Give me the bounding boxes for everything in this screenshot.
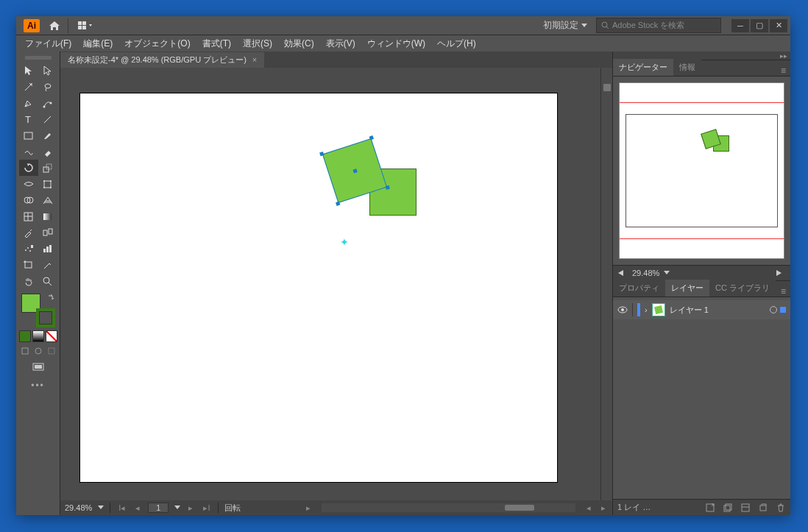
document-tab[interactable]: 名称未設定-4* @ 29.48% (RGB/GPU プレビュー) × [60, 52, 264, 68]
perspective-grid-tool[interactable] [38, 192, 57, 208]
horizontal-scrollbar[interactable] [322, 503, 575, 512]
next-artboard-button[interactable]: ▸ [186, 503, 195, 513]
expand-toggle-icon[interactable]: › [645, 305, 648, 314]
artboard-number-input[interactable] [148, 503, 169, 513]
last-artboard-button[interactable]: ▸I [201, 503, 212, 513]
zoom-level[interactable]: 29.48% [65, 503, 92, 512]
lasso-tool[interactable] [38, 79, 57, 95]
gradient-tool[interactable] [38, 208, 57, 224]
artboard-tool[interactable] [19, 257, 38, 273]
vertical-scrollbar[interactable] [600, 68, 612, 500]
tab-info[interactable]: 情報 [673, 59, 701, 76]
swap-fill-stroke-icon[interactable] [48, 294, 55, 301]
draw-behind-icon[interactable] [32, 345, 44, 357]
canvas[interactable]: ✦ [60, 68, 600, 500]
menu-object[interactable]: オブジェクト(O) [118, 38, 196, 50]
eraser-tool[interactable] [38, 143, 57, 160]
color-mode-gradient[interactable] [32, 330, 44, 342]
scrollbar-thumb[interactable] [505, 505, 534, 511]
new-sublayer-icon[interactable] [740, 503, 751, 513]
panel-menu-icon[interactable]: ≡ [776, 286, 790, 297]
direct-selection-tool[interactable] [38, 63, 57, 79]
column-graph-tool[interactable] [38, 241, 57, 257]
draw-inside-icon[interactable] [46, 345, 57, 357]
selection-handle[interactable] [336, 202, 340, 206]
scroll-left-button[interactable]: ◂ [584, 503, 593, 513]
home-icon[interactable] [46, 18, 63, 33]
shaper-tool[interactable] [19, 143, 38, 160]
menu-edit[interactable]: 編集(E) [77, 38, 118, 50]
tab-layers[interactable]: レイヤー [665, 280, 709, 297]
status-play-icon[interactable]: ▸ [304, 503, 313, 513]
navigator-preview[interactable] [619, 82, 784, 259]
blend-tool[interactable] [38, 224, 57, 241]
make-clipmask-icon[interactable] [723, 503, 733, 513]
fill-stroke-swatches[interactable] [21, 294, 55, 327]
line-tool[interactable] [38, 111, 57, 127]
prev-artboard-button[interactable]: ◂ [133, 503, 142, 513]
slice-tool[interactable] [38, 257, 57, 273]
workspace-dropdown[interactable]: 初期設定 [539, 18, 592, 33]
menu-file[interactable]: ファイル(F) [19, 38, 77, 50]
chevron-down-icon[interactable] [174, 506, 180, 510]
scroll-right-button[interactable]: ▸ [599, 503, 608, 513]
mesh-tool[interactable] [19, 208, 38, 224]
selection-handle[interactable] [369, 135, 374, 140]
stroke-swatch[interactable] [36, 308, 55, 327]
menu-view[interactable]: 表示(V) [320, 38, 361, 50]
panel-menu-icon[interactable]: ≡ [776, 65, 790, 76]
scrollbar-thumb[interactable] [603, 84, 611, 91]
menu-help[interactable]: ヘルプ(H) [431, 38, 482, 50]
selection-indicator[interactable] [780, 307, 786, 313]
tab-cc-libraries[interactable]: CC ライブラリ [709, 280, 776, 297]
rotate-tool[interactable] [19, 160, 38, 176]
layer-name[interactable]: レイヤー 1 [670, 305, 709, 316]
zoom-tool[interactable] [38, 273, 57, 289]
delete-layer-icon[interactable] [776, 503, 786, 513]
tab-navigator[interactable]: ナビゲーター [613, 59, 673, 76]
menu-select[interactable]: 選択(S) [237, 38, 278, 50]
locate-object-icon[interactable] [705, 503, 715, 513]
rotation-anchor-icon[interactable]: ✦ [340, 236, 349, 248]
menu-effect[interactable]: 効果(C) [278, 38, 320, 50]
chevron-down-icon[interactable] [98, 506, 104, 510]
maximize-button[interactable]: ▢ [751, 19, 768, 32]
selection-tool[interactable] [19, 63, 38, 79]
stock-search[interactable]: Adobe Stock を検索 [596, 18, 721, 33]
first-artboard-button[interactable]: I◂ [116, 503, 127, 513]
scale-tool[interactable] [38, 160, 57, 176]
minimize-button[interactable]: ─ [731, 19, 749, 32]
shape-builder-tool[interactable] [19, 192, 38, 208]
color-mode-solid[interactable] [19, 330, 31, 342]
width-tool[interactable] [19, 176, 38, 192]
navigator-zoom-value[interactable]: 29.48% [632, 269, 659, 277]
menu-type[interactable]: 書式(T) [196, 38, 237, 50]
edit-toolbar-icon[interactable]: ••• [31, 380, 45, 391]
draw-normal-icon[interactable] [19, 345, 31, 357]
rectangle-tool[interactable] [19, 127, 38, 143]
new-layer-icon[interactable] [758, 503, 768, 513]
layer-row[interactable]: › レイヤー 1 [613, 300, 790, 319]
paintbrush-tool[interactable] [38, 127, 57, 143]
close-button[interactable]: ✕ [770, 19, 787, 32]
symbol-sprayer-tool[interactable] [19, 241, 38, 257]
color-mode-none[interactable] [46, 330, 57, 342]
zoom-in-icon[interactable] [776, 269, 786, 277]
hand-tool[interactable] [19, 273, 38, 289]
arrange-icon[interactable] [73, 18, 98, 33]
tab-properties[interactable]: プロパティ [613, 280, 665, 297]
type-tool[interactable]: T [19, 111, 38, 127]
panel-grip[interactable] [25, 56, 52, 60]
magic-wand-tool[interactable] [19, 79, 38, 95]
curvature-tool[interactable] [38, 95, 57, 111]
pen-tool[interactable] [19, 95, 38, 111]
menu-window[interactable]: ウィンドウ(W) [361, 38, 431, 50]
zoom-out-icon[interactable] [617, 269, 628, 277]
chevron-down-icon[interactable] [664, 271, 670, 275]
screen-mode-icon[interactable] [29, 360, 48, 375]
free-transform-tool[interactable] [38, 176, 57, 192]
target-icon[interactable] [770, 306, 777, 313]
document-tab-close[interactable]: × [252, 55, 257, 64]
eyedropper-tool[interactable] [19, 224, 38, 241]
visibility-toggle-icon[interactable] [617, 305, 628, 315]
